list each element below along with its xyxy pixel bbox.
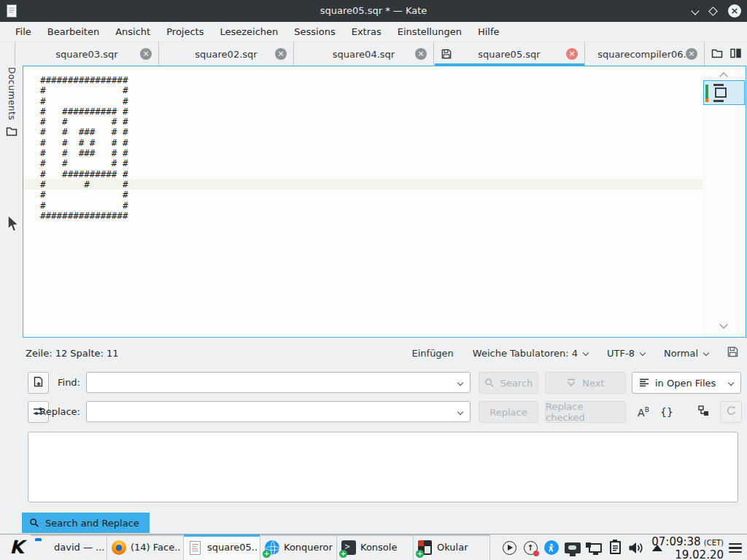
code-line: ################: [23, 75, 703, 85]
match-case-toggle[interactable]: AB: [633, 401, 654, 423]
statusbar-right: Einfügen Weiche Tabulatoren: 4 UTF-8 Nor…: [411, 346, 738, 359]
search-scope-dropdown[interactable]: in Open Files: [632, 372, 741, 394]
menu-bearbeiten[interactable]: Bearbeiten: [39, 23, 107, 40]
menu-extras[interactable]: Extras: [344, 23, 390, 40]
tab-square03[interactable]: square03.sqr ×: [15, 42, 158, 66]
menu-einstellungen[interactable]: Einstellungen: [390, 23, 470, 40]
scroll-down-icon[interactable]: [721, 319, 727, 330]
replace-button[interactable]: Replace: [479, 401, 538, 423]
volume-icon[interactable]: [627, 538, 645, 557]
menu-projects[interactable]: Projects: [158, 23, 212, 40]
tabbar-lead-spacer: [0, 42, 15, 66]
accessibility-icon[interactable]: [543, 538, 560, 557]
syntax-mode-dropdown[interactable]: Normal: [664, 348, 708, 359]
panel-menu-icon[interactable]: [729, 543, 742, 555]
go-down-icon: [566, 378, 576, 387]
search-button[interactable]: Search: [479, 372, 538, 394]
folder-icon: [6, 126, 18, 139]
tool-tab-search-and-replace[interactable]: Search and Replace: [22, 513, 150, 533]
editor-scrollbar[interactable]: [703, 66, 746, 337]
digital-clock[interactable]: 07:09:38 (CET) 19.02.20: [651, 536, 724, 560]
menu-lesezeichen[interactable]: Lesezeichen: [212, 23, 286, 40]
scope-value: in Open Files: [655, 378, 716, 389]
task-label: (14) Face...: [131, 534, 181, 560]
split-view-icon[interactable]: [730, 48, 741, 61]
task-konqueror[interactable]: + Konqueror: [260, 534, 337, 560]
task-label: Konsole: [360, 534, 411, 560]
refresh-search-button[interactable]: [720, 401, 742, 423]
tab-close-icon[interactable]: ×: [415, 48, 427, 60]
modified-save-icon: [727, 346, 738, 359]
scrollbar-minimap-thumb[interactable]: [703, 80, 745, 105]
new-document-icon[interactable]: [711, 48, 723, 61]
find-label: Find:: [28, 372, 80, 394]
tab-square05-active[interactable]: square05.sqr ×: [433, 42, 584, 66]
system-tray: ↑: [500, 534, 666, 560]
expand-results-toggle[interactable]: [693, 401, 715, 423]
tab-mode-dropdown[interactable]: Weiche Tabulatoren: 4: [473, 348, 588, 359]
media-player-icon[interactable]: [500, 538, 518, 557]
task-label: Okular: [437, 534, 487, 560]
minimize-icon[interactable]: [691, 7, 699, 15]
menu-file[interactable]: File: [7, 23, 39, 40]
tab-label: squarecompiler06.c: [597, 49, 692, 60]
syntax-mode-label: Normal: [664, 348, 698, 359]
update-notifier-icon[interactable]: ↑: [522, 538, 539, 557]
find-combobox[interactable]: [86, 372, 471, 393]
notification-badge: [533, 551, 539, 556]
konqueror-icon: +: [265, 540, 280, 556]
insert-mode-indicator[interactable]: Einfügen: [411, 348, 453, 359]
tab-squarecompiler06[interactable]: squarecompiler06.c ×: [584, 42, 704, 66]
main-area: Documents ################# ## ## ######…: [0, 66, 747, 338]
replace-checked-button[interactable]: Replace checked: [545, 401, 626, 423]
task-firefox[interactable]: (14) Face...: [107, 534, 184, 560]
replace-button-label: Replace: [489, 407, 527, 418]
taskbar: K david — ... (14) Face... square05.... …: [0, 534, 747, 560]
tab-label: square03.sqr: [55, 49, 117, 60]
chevron-down-icon[interactable]: [457, 380, 463, 386]
tab-label: square02.sqr: [195, 49, 257, 60]
plus-badge-icon: +: [339, 550, 347, 558]
cursor-position[interactable]: Zeile: 12 Spalte: 11: [26, 348, 119, 359]
plus-badge-icon: +: [263, 550, 271, 558]
regex-toggle[interactable]: {}: [657, 401, 677, 423]
tab-close-icon[interactable]: ×: [140, 48, 152, 60]
next-button-label: Next: [582, 378, 604, 389]
kde-launcher-icon[interactable]: K: [6, 537, 28, 559]
encoding-dropdown[interactable]: UTF-8: [607, 348, 645, 359]
task-dolphin-david[interactable]: david — ...: [31, 534, 107, 560]
menu-ansicht[interactable]: Ansicht: [107, 23, 158, 40]
search-results-panel: [28, 432, 738, 502]
text-editor[interactable]: ################# ## ## ########## ## # …: [23, 66, 703, 337]
replace-combobox[interactable]: [86, 401, 471, 422]
tab-square04[interactable]: square04.sqr ×: [293, 42, 433, 66]
chevron-down-icon[interactable]: [457, 409, 463, 415]
task-label: Konqueror: [284, 534, 334, 560]
display-connect-icon[interactable]: [585, 538, 603, 557]
tab-close-icon[interactable]: ×: [686, 48, 697, 60]
task-okular[interactable]: + Okular: [414, 534, 490, 560]
clock-time: 07:09:38: [651, 535, 700, 548]
find-input[interactable]: [91, 373, 451, 392]
task-kate-square05[interactable]: square05....: [184, 534, 260, 560]
close-icon[interactable]: ×: [728, 4, 741, 18]
search-button-label: Search: [500, 378, 533, 389]
tab-close-icon[interactable]: ×: [275, 48, 287, 60]
sidebar-item-documents[interactable]: Documents: [0, 67, 23, 139]
menu-sessions[interactable]: Sessions: [286, 23, 343, 40]
tab-square02[interactable]: square02.sqr ×: [158, 42, 293, 66]
task-konsole[interactable]: > + Konsole: [337, 534, 414, 560]
code-line: # ########## #: [23, 106, 703, 117]
screen-share-icon[interactable]: [564, 538, 581, 557]
replace-input[interactable]: [91, 402, 451, 421]
clipboard-icon[interactable]: [606, 538, 624, 557]
konsole-icon: > +: [341, 540, 357, 556]
maximize-icon[interactable]: [708, 7, 718, 16]
chevron-down-icon: [703, 350, 709, 356]
clock-date: 19.02.20: [651, 549, 724, 560]
menu-hilfe[interactable]: Hilfe: [470, 23, 508, 40]
tab-close-icon[interactable]: ×: [566, 48, 578, 60]
next-button[interactable]: Next: [545, 372, 626, 394]
code-line: ################: [23, 211, 703, 221]
folder-icon: [35, 540, 50, 556]
